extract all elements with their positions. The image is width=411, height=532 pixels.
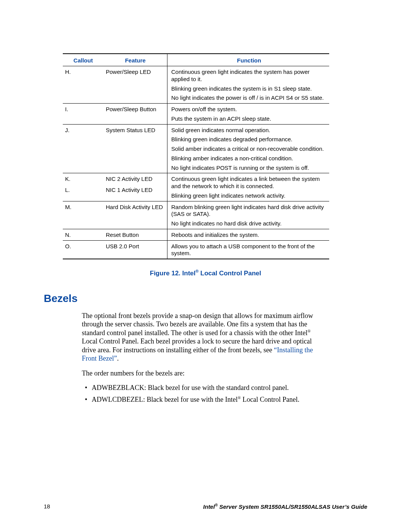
page-number: 18 xyxy=(44,503,50,510)
table-row: O.USB 2.0 PortAllows you to attach a USB… xyxy=(63,240,329,259)
cell-function: Solid green indicates normal operation.B… xyxy=(167,124,330,173)
footer: 18 Intel® Server System SR1550AL/SR1550A… xyxy=(44,503,367,510)
th-feature: Feature xyxy=(104,54,167,66)
cell-function: Continuous green light indicates the sys… xyxy=(167,66,330,104)
para-1: The optional front bezels provide a snap… xyxy=(82,312,318,363)
table-row: J.System Status LEDSolid green indicates… xyxy=(63,124,329,173)
cell-callout: N. xyxy=(63,229,104,240)
section-heading-bezels: Bezels xyxy=(44,292,367,305)
cell-callout: J. xyxy=(63,124,104,173)
bullet-2: ADWLCDBEZEL: Black bezel for use with th… xyxy=(82,395,318,404)
cell-feature: Power/Sleep LED xyxy=(104,66,167,104)
cell-function: Random blinking green light indicates ha… xyxy=(167,201,330,229)
body-text: The optional front bezels provide a snap… xyxy=(82,312,318,404)
cell-callout: M. xyxy=(63,201,104,229)
cell-feature: USB 2.0 Port xyxy=(104,240,167,259)
cell-function: Powers on/off the system.Puts the system… xyxy=(167,104,330,125)
footer-title: Intel® Server System SR1550AL/SR1550ALSA… xyxy=(203,503,367,510)
table-row: M.Hard Disk Activity LEDRandom blinking … xyxy=(63,201,329,229)
th-function: Function xyxy=(167,54,330,66)
cell-callout: H. xyxy=(63,66,104,104)
figure-caption: Figure 12. Intel® Local Control Panel xyxy=(44,269,367,277)
cell-feature: NIC 2 Activity LEDNIC 1 Activity LED xyxy=(104,173,167,201)
table-row: I.Power/Sleep ButtonPowers on/off the sy… xyxy=(63,104,329,125)
cell-callout: I. xyxy=(63,104,104,125)
cell-feature: Reset Button xyxy=(104,229,167,240)
table-row: K.L.NIC 2 Activity LEDNIC 1 Activity LED… xyxy=(63,173,329,201)
table-row: N.Reset ButtonReboots and initializes th… xyxy=(63,229,329,240)
cell-callout: K.L. xyxy=(63,173,104,201)
cell-function: Allows you to attach a USB component to … xyxy=(167,240,330,259)
cell-callout: O. xyxy=(63,240,104,259)
feature-table: Callout Feature Function H.Power/Sleep L… xyxy=(63,53,329,259)
table-row: H.Power/Sleep LEDContinuous green light … xyxy=(63,66,329,104)
cell-feature: Hard Disk Activity LED xyxy=(104,201,167,229)
page: Callout Feature Function H.Power/Sleep L… xyxy=(0,0,411,532)
th-callout: Callout xyxy=(63,54,104,66)
cell-feature: System Status LED xyxy=(104,124,167,173)
bullet-1: ADWBEZBLACK: Black bezel for use with th… xyxy=(82,383,318,392)
cell-feature: Power/Sleep Button xyxy=(104,104,167,125)
cell-function: Reboots and initializes the system. xyxy=(167,229,330,240)
para-2: The order numbers for the bezels are: xyxy=(82,369,318,378)
cell-function: Continuous green light indicates a link … xyxy=(167,173,330,201)
